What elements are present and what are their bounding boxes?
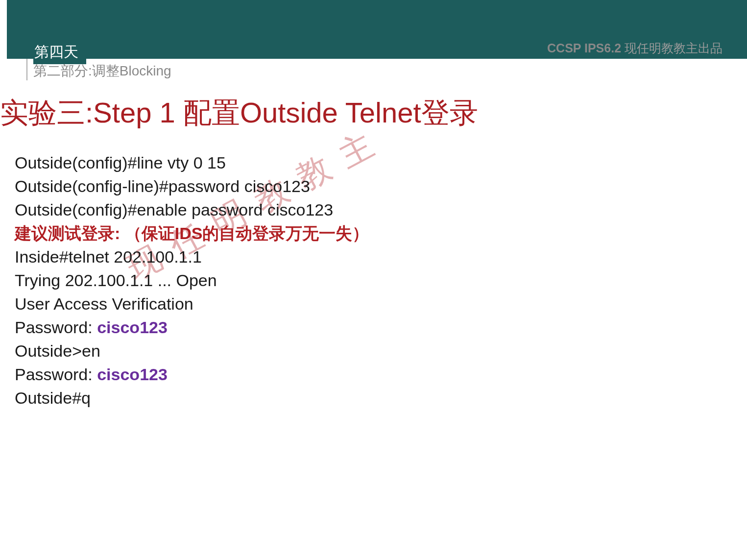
slide-title: 实验三:Step 1 配置Outside Telnet登录 <box>0 94 478 132</box>
content-block: Outside(config)#line vty 0 15 Outside(co… <box>15 151 369 410</box>
header-subtitle: 第二部分:调整Blocking <box>33 62 171 80</box>
telnet-line-3: User Access Verification <box>15 292 369 316</box>
slide: 第四天 第二部分:调整Blocking CCSP IPS6.2 现任明教教主出品… <box>0 0 747 560</box>
password-value-2: cisco123 <box>97 365 168 384</box>
header-day-label: 第四天 <box>33 40 86 64</box>
advice-line: 建议测试登录: （保证IDS的自动登录万无一失） <box>15 221 369 245</box>
password-line-2: Password: cisco123 <box>15 363 369 386</box>
enable-line: Outside>en <box>15 339 369 363</box>
config-line-3: Outside(config)#enable password cisco123 <box>15 198 369 221</box>
password-line-1: Password: cisco123 <box>15 316 369 339</box>
telnet-line-2: Trying 202.100.1.1 ... Open <box>15 268 369 292</box>
config-line-1: Outside(config)#line vty 0 15 <box>15 151 369 174</box>
password-label-2: Password: <box>15 365 97 384</box>
config-line-2: Outside(config-line)#password cisco123 <box>15 174 369 198</box>
header-right-text: CCSP IPS6.2 现任明教教主出品 <box>547 40 723 56</box>
password-label-1: Password: <box>15 318 97 337</box>
quit-line: Outside#q <box>15 386 369 410</box>
password-value-1: cisco123 <box>97 318 168 337</box>
header-course-code: CCSP IPS6.2 <box>547 41 621 55</box>
header-author: 现任明教教主出品 <box>621 41 723 55</box>
telnet-line-1: Inside#telnet 202.100.1.1 <box>15 245 369 268</box>
header-vertical-line <box>26 59 27 80</box>
